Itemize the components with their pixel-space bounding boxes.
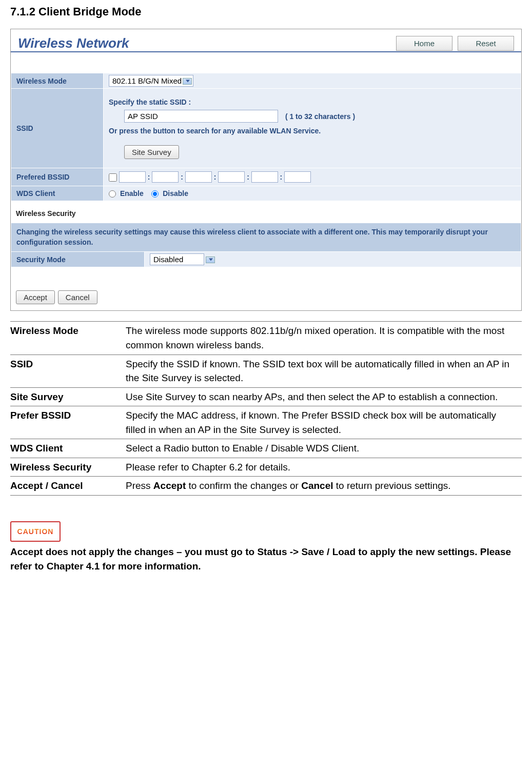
desc-label: Wireless Security — [10, 458, 126, 477]
table-row: WDS ClientSelect a Radio button to Enabl… — [10, 439, 522, 458]
wds-disable-radio[interactable] — [151, 190, 159, 198]
accept-button[interactable]: Accept — [16, 290, 55, 304]
security-mode-label: Security Mode — [11, 252, 145, 267]
table-row: Accept / CancelPress Accept to confirm t… — [10, 477, 522, 496]
bssid-label: Prefered BSSID — [11, 168, 104, 186]
table-row: Prefer BSSIDSpecify the MAC address, if … — [10, 406, 522, 439]
reset-button[interactable]: Reset — [458, 36, 514, 51]
ssid-specify-text: Specify the static SSID : — [109, 95, 516, 109]
desc-text: Use Site Survey to scan nearby APs, and … — [126, 387, 522, 406]
bssid-oct-2[interactable] — [152, 171, 179, 183]
desc-text: Specify the SSID if known. The SSID text… — [126, 355, 522, 387]
ssid-input[interactable] — [124, 110, 278, 123]
security-warning: Changing the wireless security settings … — [11, 223, 521, 252]
site-survey-button[interactable]: Site Survey — [124, 145, 179, 159]
table-row: SSIDSpecify the SSID if known. The SSID … — [10, 355, 522, 387]
config-screenshot: Wireless Network Home Reset Wireless Mod… — [10, 29, 522, 311]
ssid-char-note: ( 1 to 32 characters ) — [285, 112, 355, 121]
bssid-oct-6[interactable] — [284, 171, 311, 183]
wireless-mode-label: Wireless Mode — [11, 73, 104, 89]
desc-text: Please refer to Chapter 6.2 for details. — [126, 458, 522, 477]
wireless-security-heading: Wireless Security — [11, 201, 521, 223]
desc-label: Accept / Cancel — [10, 477, 126, 496]
bssid-oct-5[interactable] — [251, 171, 278, 183]
desc-text: Specify the MAC address, if known. The P… — [126, 406, 522, 439]
wds-disable-option[interactable]: Disable — [151, 189, 188, 198]
desc-text: Select a Radio button to Enable / Disabl… — [126, 439, 522, 458]
table-row: Wireless ModeThe wireless mode supports … — [10, 322, 522, 355]
table-row: Wireless SecurityPlease refer to Chapter… — [10, 458, 522, 477]
desc-label: Site Survey — [10, 387, 126, 406]
cancel-button[interactable]: Cancel — [58, 290, 97, 304]
panel-title: Wireless Network — [18, 35, 129, 51]
table-row: Site SurveyUse Site Survey to scan nearb… — [10, 387, 522, 406]
description-table: Wireless ModeThe wireless mode supports … — [10, 321, 522, 495]
desc-text: Press Accept to confirm the changes or C… — [126, 477, 522, 496]
ssid-label: SSID — [11, 89, 104, 168]
wds-enable-option[interactable]: Enable — [109, 189, 146, 198]
desc-label: WDS Client — [10, 439, 126, 458]
wds-enable-radio[interactable] — [109, 190, 116, 198]
desc-text: The wireless mode supports 802.11b/g/n m… — [126, 322, 522, 355]
caution-note: Accept does not apply the changes – you … — [10, 545, 522, 574]
desc-label: Prefer BSSID — [10, 406, 126, 439]
caution-icon: CAUTION — [10, 521, 61, 542]
security-table: Changing the wireless security settings … — [11, 223, 521, 267]
bssid-oct-1[interactable] — [119, 171, 146, 183]
desc-label: Wireless Mode — [10, 322, 126, 355]
home-button[interactable]: Home — [396, 36, 452, 51]
bssid-checkbox[interactable] — [109, 173, 117, 182]
section-title: 7.1.2 Client Bridge Mode — [10, 5, 522, 18]
bssid-oct-4[interactable] — [218, 171, 245, 183]
bssid-oct-3[interactable] — [185, 171, 212, 183]
wds-label: WDS Client — [11, 186, 104, 201]
desc-label: SSID — [10, 355, 126, 387]
ssid-or-text: Or press the button to search for any av… — [109, 124, 516, 138]
chevron-down-icon — [209, 258, 213, 261]
config-table: Wireless Mode 802.11 B/G/N Mixed SSID Sp… — [11, 73, 521, 201]
panel-header: Wireless Network Home Reset — [11, 29, 521, 52]
wireless-mode-select[interactable]: 802.11 B/G/N Mixed — [109, 76, 193, 85]
security-mode-select[interactable]: Disabled — [150, 255, 216, 264]
